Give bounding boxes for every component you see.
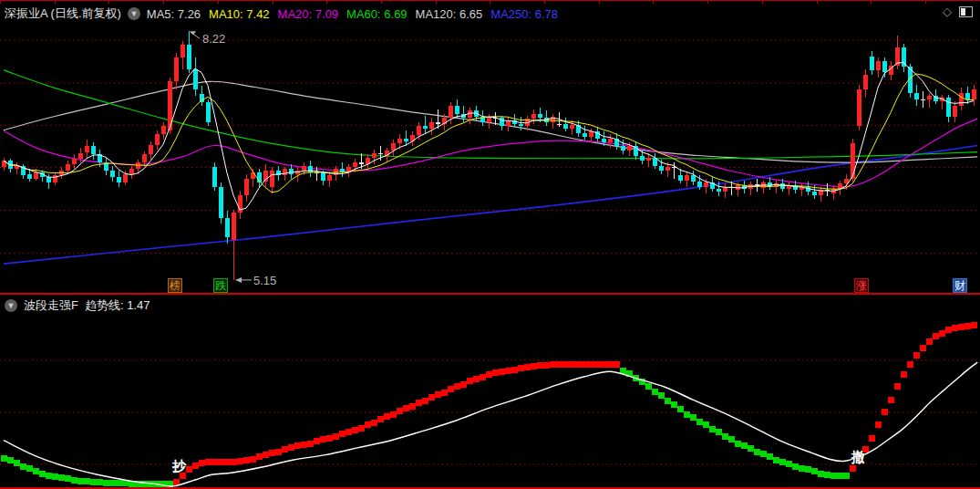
- window-controls: ◇: [943, 5, 973, 17]
- indicator-chart[interactable]: [0, 317, 980, 487]
- trend-value-label: 趋势线: 1.47: [85, 297, 150, 314]
- stock-title: 深振业A (日线.前复权): [5, 5, 121, 22]
- panel-divider[interactable]: [0, 293, 980, 295]
- chart-badge[interactable]: 跌: [213, 278, 228, 293]
- ruler-tick: [0, 0, 1, 4]
- indicator-header: ▼ 波段走强F 趋势线: 1.47: [5, 297, 150, 315]
- buy-marker: 抄: [172, 459, 186, 473]
- ruler-tick: [925, 0, 926, 4]
- svg-text:5.15: 5.15: [253, 274, 276, 287]
- chevron-down-icon[interactable]: ▼: [128, 7, 140, 20]
- chevron-down-icon[interactable]: ▼: [5, 299, 17, 312]
- panel-layout-icon[interactable]: [959, 6, 973, 17]
- ma-legend-item[interactable]: MA250: 6.78: [490, 7, 558, 21]
- indicator-name: 波段走强F: [24, 297, 78, 314]
- stock-app-window: 深振业A (日线.前复权) ▼ MA5: 7.26MA10: 7.42MA20:…: [0, 0, 980, 489]
- exit-marker: 撤: [851, 450, 865, 463]
- ma-legend-item[interactable]: MA10: 7.42: [209, 7, 270, 21]
- ruler-tick: [871, 0, 872, 4]
- ma-legend-item[interactable]: MA20: 7.09: [278, 7, 339, 21]
- chart-badge[interactable]: 涨: [854, 278, 869, 293]
- ma-legend-item[interactable]: MA60: 6.69: [346, 7, 407, 21]
- chart-badge[interactable]: 榜: [168, 278, 182, 293]
- svg-text:8.22: 8.22: [202, 32, 225, 46]
- ruler-tick: [599, 0, 600, 4]
- ma-legend: MA5: 7.26MA10: 7.42MA20: 7.09MA60: 6.69M…: [147, 7, 558, 21]
- ma-legend-item[interactable]: MA120: 6.65: [416, 7, 483, 21]
- ma-legend-item[interactable]: MA5: 7.26: [147, 7, 201, 21]
- main-chart-header: 深振业A (日线.前复权) ▼ MA5: 7.26MA10: 7.42MA20:…: [5, 4, 558, 24]
- ruler-tick: [707, 0, 708, 4]
- chart-badge[interactable]: 财: [953, 278, 967, 293]
- candlestick-chart[interactable]: 8.225.15: [0, 26, 980, 294]
- diamond-icon[interactable]: ◇: [943, 5, 952, 17]
- ruler-tick: [762, 0, 763, 4]
- ruler-tick: [653, 0, 654, 4]
- ruler-tick: [817, 0, 818, 4]
